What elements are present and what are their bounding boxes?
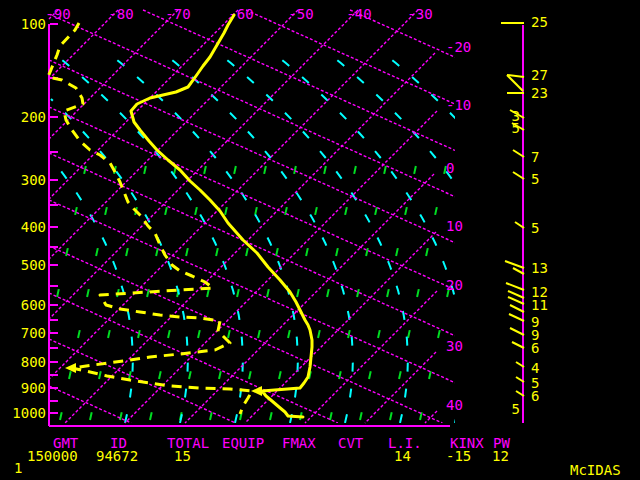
temperature-trace [131,15,312,417]
pressure-label: 500 [21,257,46,273]
temperature-label-top: -40 [346,6,371,22]
moist-adiabat-line [52,159,133,423]
moist-adiabat-line [381,51,573,423]
temperature-label-top: -90 [45,6,70,22]
isotherm-line [305,291,437,423]
field-value-li: 14 [394,449,411,463]
temperature-label-right: 10 [446,218,463,234]
isotherm-line [65,53,435,423]
moist-adiabat-line [51,99,188,423]
isotherms-group [49,10,437,423]
mixing-ratio-line [300,148,360,420]
mixing-ratio-line [330,148,390,420]
isotherm-line [49,10,358,319]
wind-barb [509,314,524,321]
pressure-label: 800 [21,354,46,370]
wind-barb-column: 252723755131211996456355 [501,14,548,423]
temperature-label-right: 0 [446,160,454,176]
pressure-label: 400 [21,219,46,235]
wind-speed-label: 25 [531,14,548,30]
mixing-ratio-line [60,148,120,420]
isotherm-line [365,352,436,423]
temperature-label-top: -70 [165,6,190,22]
temperature-label-right: 20 [446,277,463,293]
wind-speed-label-left: 5 [512,401,520,417]
wind-speed-label: 4 [531,360,539,376]
temperature-label-right: -10 [446,97,471,113]
wind-speed-label: 7 [531,149,539,165]
pressure-label: 200 [21,109,46,125]
wind-barb [510,328,524,335]
wind-barb [505,261,524,268]
pressure-label: 100 [21,16,46,32]
dry-adiabat-line [49,14,455,197]
dry-adiabat-line [49,153,455,336]
wind-speed-label: 27 [531,67,548,83]
dry-adiabat-line [49,60,455,243]
wind-barb [508,297,524,304]
temperature-label-right: 40 [446,397,463,413]
field-label-fmax: FMAX [282,436,316,450]
temperature-trace-group [65,15,312,417]
temperature-label-right: -20 [446,39,471,55]
pressure-label: 1000 [12,405,46,421]
wind-speed-label: 5 [531,171,539,187]
temperature-label-top: -80 [108,6,133,22]
frame-number: 1 [14,461,22,475]
wind-speed-label: 6 [531,388,539,404]
temperature-label-top: -50 [288,6,313,22]
trace-arrowhead-icon [251,386,262,396]
pressure-label: 700 [21,325,46,341]
isotherm-line [49,10,238,199]
wind-speed-label-left: 5 [512,120,520,136]
wind-barb [508,291,524,298]
wind-speed-label: 23 [531,85,548,101]
moist-adiabat-line [216,51,408,423]
moist-adiabat-line [161,51,353,423]
skewt-chart: 1002003004005006007008009001000-90-80-70… [0,0,640,480]
dewpoint-trace [48,23,252,414]
mcidas-skewt-screen: 1002003004005006007008009001000-90-80-70… [0,0,640,480]
mixing-ratio-lines-group [30,148,480,420]
isotherm-line [185,174,434,423]
field-value-kinx: -15 [446,449,471,463]
isotherm-line [425,411,437,423]
field-value-total: 15 [174,449,191,463]
mixing-ratio-line [360,148,420,420]
pressure-label: 900 [21,380,46,396]
field-label-equip: EQUIP [222,436,264,450]
wind-barb [510,305,524,312]
field-label-cvt: CVT [338,436,363,450]
wind-barb [506,283,524,290]
field-value-pw: 12 [492,449,509,463]
wind-speed-label: 6 [531,340,539,356]
dry-adiabats-group [49,10,455,423]
dewpoint-trace-group [48,23,252,414]
mixing-ratio-line [240,148,300,420]
wind-speed-label: 13 [531,260,548,276]
brand-label: McIDAS [570,463,621,477]
dry-adiabat-line [143,10,455,150]
pressure-label: 600 [21,297,46,313]
pressure-label: 300 [21,172,46,188]
wind-speed-label: 5 [531,220,539,236]
temperature-label-right: 30 [446,338,463,354]
field-value-id: 94672 [96,449,138,463]
isotherm-line [49,10,178,139]
moist-adiabat-line [326,51,518,423]
field-value-gmt: 150000 [27,449,78,463]
wind-speed-label: 11 [531,297,548,313]
temperature-label-top: -30 [407,6,432,22]
dry-adiabat-line [246,10,455,104]
